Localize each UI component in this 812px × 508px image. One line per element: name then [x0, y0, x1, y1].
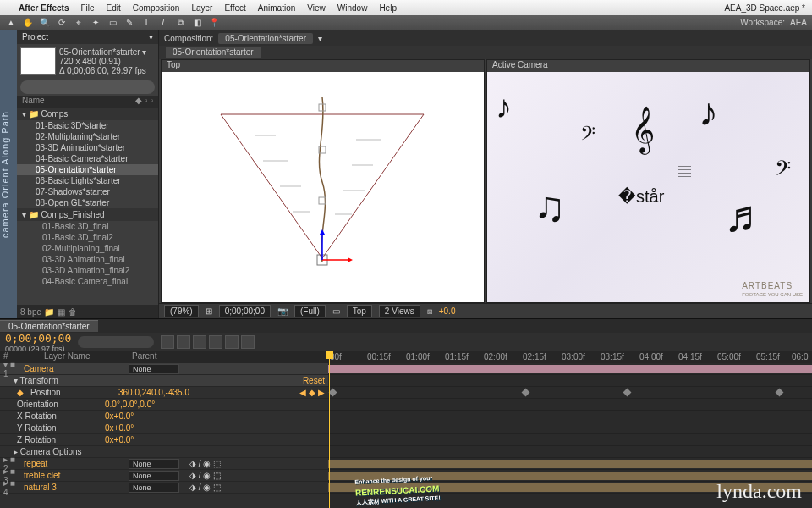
- anchor-tool-icon[interactable]: ✦: [90, 17, 102, 29]
- type-tool-icon[interactable]: T: [140, 17, 152, 29]
- comp-tab[interactable]: 05-Orientation*starter: [218, 33, 313, 44]
- panel-menu-icon[interactable]: ▾: [149, 32, 153, 42]
- layer-row[interactable]: ▸ ■ 3treble clefNone⬗ / ◉ ⬚: [0, 470, 328, 482]
- menu-animation[interactable]: Animation: [258, 3, 295, 13]
- tree-item[interactable]: 08-Open GL*starter: [17, 197, 158, 208]
- project-search-input[interactable]: [20, 80, 155, 94]
- viewport-label-camera: Active Camera: [487, 60, 809, 72]
- current-time-indicator[interactable]: [329, 351, 330, 508]
- selection-tool-icon[interactable]: ▲: [5, 17, 17, 29]
- comp-tab-prefix: Composition:: [164, 34, 213, 43]
- layer-row[interactable]: ▸ ■ 4natural 3None⬗ / ◉ ⬚: [0, 482, 328, 494]
- prop-x-rotation[interactable]: X Rotation0x+0.0°: [0, 411, 328, 422]
- trash-icon[interactable]: 🗑: [69, 307, 77, 317]
- app-name[interactable]: After Effects: [19, 3, 69, 13]
- col-parent[interactable]: Parent: [132, 351, 200, 363]
- clone-tool-icon[interactable]: ⧉: [174, 17, 186, 29]
- timecode-display[interactable]: 0;00;00;00: [219, 305, 271, 318]
- tree-item[interactable]: 04-Basic Camera*starter: [17, 153, 158, 164]
- comp-name: 05-Orientation*starter ▾: [59, 47, 146, 57]
- viewport-top[interactable]: Top: [161, 59, 485, 303]
- tree-item[interactable]: 02-Multiplaning_final: [17, 243, 158, 254]
- new-folder-icon[interactable]: 📁: [44, 307, 54, 317]
- time-ruler[interactable]: 00f00:15f01:00f01:15f02:00f02:15f03:00f0…: [328, 351, 812, 363]
- prop-y-rotation[interactable]: Y Rotation0x+0.0°: [0, 422, 328, 434]
- tree-item[interactable]: 04-Basic Camera_final: [17, 276, 158, 287]
- nviews-select[interactable]: 2 Views: [379, 305, 420, 318]
- workspace-value[interactable]: AEA: [790, 18, 807, 27]
- tree-item[interactable]: 01-Basic 3D*starter: [17, 120, 158, 131]
- bpc-button[interactable]: 8 bpc: [20, 307, 41, 317]
- tree-item[interactable]: 06-Basic Lights*starter: [17, 175, 158, 186]
- document-title: AEA_3D Space.aep *: [724, 3, 805, 13]
- hand-tool-icon[interactable]: ✋: [22, 17, 34, 29]
- transform-group[interactable]: ▾ TransformReset: [0, 375, 328, 387]
- tree-item[interactable]: 07-Shadows*starter: [17, 186, 158, 197]
- prop-z-rotation[interactable]: Z Rotation0x+0.0°: [0, 434, 328, 446]
- tree-item[interactable]: 03-3D Animation_final2: [17, 265, 158, 276]
- layer-bar-camera[interactable]: [328, 365, 812, 373]
- mac-menubar: After Effects File Edit Composition Laye…: [0, 0, 812, 15]
- zoom-select[interactable]: (79%): [164, 305, 199, 318]
- prop-position[interactable]: ◆Position360.0,240.0,-435.0◀ ◆ ▶: [0, 387, 328, 399]
- project-title: Project: [22, 32, 48, 42]
- menu-effect[interactable]: Effect: [224, 3, 245, 13]
- frame-blend-icon[interactable]: [193, 335, 206, 349]
- eraser-tool-icon[interactable]: ◧: [191, 17, 203, 29]
- 3d-icon[interactable]: ⧈: [427, 306, 432, 317]
- exposure-value[interactable]: +0.0: [439, 306, 456, 316]
- menu-layer[interactable]: Layer: [191, 3, 212, 13]
- folder-comps-finished: ▾ 📁 Comps_Finished: [17, 208, 158, 221]
- rect-tool-icon[interactable]: ▭: [107, 17, 118, 29]
- col-layer-name[interactable]: Layer Name: [44, 351, 129, 363]
- menu-help[interactable]: Help: [379, 3, 397, 13]
- menu-file[interactable]: File: [80, 3, 94, 13]
- tree-item[interactable]: 01-Basic 3D_final: [17, 221, 158, 232]
- snapshot-icon[interactable]: 📷: [277, 306, 288, 316]
- prop-orientation[interactable]: Orientation0.0°,0.0°,0.0°: [0, 399, 328, 411]
- brush-tool-icon[interactable]: /: [157, 17, 169, 29]
- layer-row[interactable]: ▸ ■ 2repeatNone⬗ / ◉ ⬚: [0, 458, 328, 470]
- roi-icon[interactable]: ▭: [332, 306, 340, 316]
- camera-tool-icon[interactable]: ⌖: [73, 17, 85, 29]
- current-timecode[interactable]: 0;00;00;00: [5, 332, 71, 345]
- menu-edit[interactable]: Edit: [107, 3, 121, 13]
- viewport-active-camera[interactable]: Active Camera ♪ ♫ 𝄢 𝄞 �står 𝄚 ♪ ♬ 𝄢 ARTB…: [486, 59, 810, 303]
- comp-resolution: 720 x 480 (0.91): [59, 57, 146, 66]
- menu-view[interactable]: View: [307, 3, 326, 13]
- top-view-content: [204, 97, 441, 267]
- timeline-tab[interactable]: 05-Orientation*starter: [0, 320, 98, 332]
- project-tree[interactable]: ▾ 📁 Comps 01-Basic 3D*starter 02-Multipl…: [17, 108, 158, 305]
- menu-window[interactable]: Window: [337, 3, 368, 13]
- comp-thumbnail[interactable]: [20, 47, 56, 75]
- zoom-tool-icon[interactable]: 🔍: [39, 17, 51, 29]
- timeline-search-input[interactable]: [78, 336, 154, 348]
- tree-item-selected[interactable]: 05-Orientation*starter: [17, 164, 158, 175]
- motion-blur-icon[interactable]: [209, 335, 222, 349]
- pen-tool-icon[interactable]: ✎: [123, 17, 135, 29]
- graph-editor-icon[interactable]: [241, 335, 255, 349]
- puppet-tool-icon[interactable]: 📍: [208, 17, 220, 29]
- new-comp-icon[interactable]: ▦: [58, 307, 65, 317]
- layer-bar[interactable]: [328, 460, 812, 468]
- tree-item[interactable]: 03-3D Animation*starter: [17, 142, 158, 153]
- tree-item[interactable]: 02-Multiplaning*starter: [17, 131, 158, 142]
- view-select[interactable]: Top: [347, 305, 372, 318]
- tree-item[interactable]: 01-Basic 3D_final2: [17, 232, 158, 243]
- shy-icon[interactable]: [177, 335, 190, 349]
- menu-composition[interactable]: Composition: [133, 3, 180, 13]
- viewer-footer: (79%) ⊞ 0;00;00;00 📷 (Full) ▭ Top 2 View…: [159, 303, 812, 318]
- rotate-tool-icon[interactable]: ⟳: [56, 17, 68, 29]
- grid-icon[interactable]: ⊞: [206, 306, 212, 316]
- brainstorm-icon[interactable]: [225, 335, 239, 349]
- col-icons: ◆ ▫ ▫: [135, 96, 153, 108]
- comp-mini-icon[interactable]: [161, 335, 174, 349]
- layer-row-camera[interactable]: ▾ ■ 1CameraNone: [0, 363, 328, 375]
- breadcrumb[interactable]: 05-Orientation*starter: [166, 47, 261, 58]
- side-label: camera Orient Along Path: [0, 30, 17, 318]
- project-panel: Project▾ 05-Orientation*starter ▾ 720 x …: [17, 30, 159, 318]
- tree-item[interactable]: 03-3D Animation_final: [17, 254, 158, 265]
- camera-options-group[interactable]: ▸ Camera Options: [0, 446, 328, 458]
- col-name[interactable]: Name: [22, 96, 45, 108]
- resolution-select[interactable]: (Full): [294, 305, 326, 318]
